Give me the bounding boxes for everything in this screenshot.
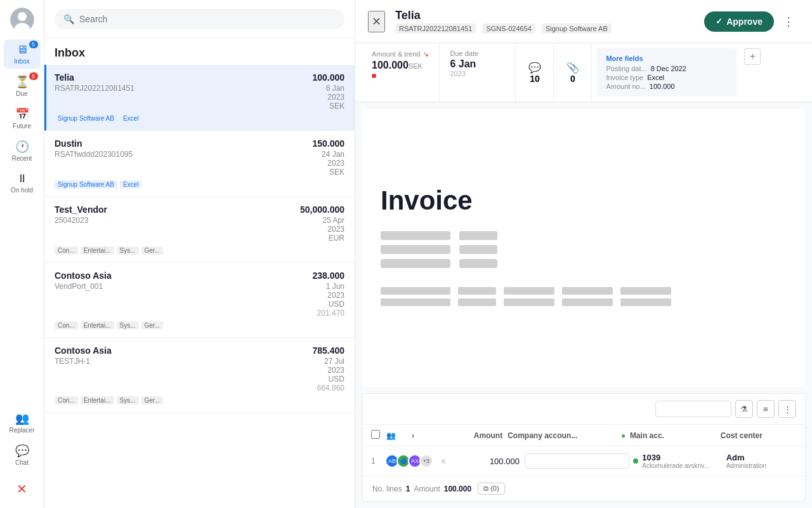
invoice-list: Telia 100.000 RSATRJ202212081451 6 Jan 2… (44, 65, 355, 508)
more-options-button[interactable]: ⋮ (778, 12, 799, 31)
amount-no-key: Amount no... (606, 83, 645, 90)
users-icon: 👥 (386, 431, 396, 440)
sidebar-item-recent[interactable]: 🕐 Recent (4, 136, 41, 166)
list-item[interactable]: Test_Vendor 50,000.000 25042023 25 Apr 2… (44, 197, 355, 263)
invoice-preview-title: Invoice (381, 185, 787, 216)
invoice-table-cell (504, 298, 554, 306)
info-bar: Amount & trend ↘ 100.000SEK Due date 6 J… (355, 43, 812, 102)
list-item[interactable]: Contoso Asia 785.400 TESTJH-1 27 Jul 202… (44, 338, 355, 413)
close-button[interactable]: ✕ (368, 11, 385, 32)
search-bar: 🔍 (44, 0, 355, 39)
invoice-tag: Entertai... (81, 396, 114, 404)
search-coding-input[interactable] (655, 401, 731, 417)
drag-icon: ≡ (441, 457, 446, 466)
invoice-date: 27 Jul (324, 357, 344, 366)
search-input[interactable] (79, 14, 336, 24)
invoice-tag: Signup Software AB (55, 114, 117, 123)
list-item[interactable]: Dustin 150.000 RSATfwddd202301095 24 Jan… (44, 131, 355, 197)
due-date-cell: Due date 6 Jan 2023 (440, 43, 516, 102)
list-item[interactable]: Contoso Asia 238.000 VendPort_001 1 Jun … (44, 263, 355, 338)
sidebar-item-chat[interactable]: 💬 Chat (4, 440, 41, 470)
attachments-count: 0 (570, 74, 575, 84)
invoice-tag: Excel (120, 114, 141, 123)
inbox-badge: 5 (29, 41, 38, 48)
sidebar-item-inbox[interactable]: 🖥 Inbox 5 (4, 39, 41, 69)
invoice-currency: SEK (329, 168, 344, 177)
cost-center-number: Adm (726, 453, 796, 462)
invoice-table-cell (620, 287, 671, 295)
attachment-icon: 📎 (566, 62, 579, 74)
sidebar-item-future[interactable]: 📅 Future (4, 104, 41, 133)
recent-icon: 🕐 (15, 140, 29, 154)
ref1-badge: RSATRJ202212081451 (395, 23, 476, 34)
amount-label: Amount & trend (372, 50, 420, 58)
amount-cell: Amount & trend ↘ 100.000SEK (362, 43, 440, 102)
more-coding-button[interactable]: ⋮ (778, 400, 796, 418)
invoice-table-cell (562, 298, 613, 306)
sidebar-item-label: Inbox (14, 58, 29, 65)
company-account-input[interactable] (525, 453, 629, 469)
sidebar-item-onhold[interactable]: ⏸ On hold (4, 168, 41, 197)
list-item[interactable]: Telia 100.000 RSATRJ202212081451 6 Jan 2… (44, 65, 355, 131)
comments-cell[interactable]: 💬 10 (516, 43, 554, 102)
vendor-name: Dustin (55, 138, 82, 149)
invoice-currency: EUR (329, 234, 344, 243)
invoice-year: 2023 (322, 225, 344, 234)
user-avatar[interactable] (10, 8, 34, 32)
invoice-tag: Sys... (117, 321, 139, 330)
sidebar-item-logo[interactable]: ✕ (4, 478, 41, 500)
invoice-year: 2023 (317, 291, 344, 300)
app-logo-icon: ✕ (16, 481, 27, 497)
invoice-tag: Sys... (117, 246, 139, 255)
posting-date-key: Posting dat... (606, 65, 646, 72)
main-account-value: 1039 Ackumulerade avskriv... (642, 453, 726, 469)
select-all-checkbox[interactable] (371, 430, 380, 439)
copy-icon: ⧉ (483, 485, 488, 492)
invoice-block (459, 231, 497, 240)
approve-button[interactable]: ✓ Approve (704, 11, 774, 32)
main-acc-label: Ackumulerade avskriv... (642, 462, 726, 469)
amount-no-val: 100.000 (650, 83, 675, 90)
vendor-name: Contoso Asia (55, 271, 112, 281)
coding-header: ⚗ ≡ ⋮ (362, 394, 805, 425)
future-icon: 📅 (15, 107, 29, 121)
invoice-currency: USD (329, 300, 344, 309)
inbox-icon: 🖥 (16, 43, 28, 57)
coding-section: ⚗ ≡ ⋮ 👥 › Amount Company accoun... ● Mai… (362, 393, 806, 502)
main-acc-dot: ● (621, 431, 625, 440)
due-badge: 5 (29, 72, 38, 80)
search-icon: 🔍 (63, 14, 74, 24)
inbox-title: Inbox (44, 39, 355, 65)
invoice-amount: 50,000.000 (300, 204, 344, 215)
users-col-header: 👥 (386, 431, 412, 440)
invoice-date: 24 Jan (322, 150, 344, 159)
invoice-tag: Signup Software AB (55, 180, 117, 189)
list-view-button[interactable]: ≡ (757, 400, 775, 418)
filter-button[interactable]: ⚗ (735, 400, 753, 418)
invoice-currency: USD (329, 375, 344, 384)
invoice-tag: Ger... (141, 246, 163, 255)
invoice-tag: Excel (120, 180, 141, 189)
company-input-field[interactable] (525, 453, 629, 469)
invoice-type-key: Invoice type (606, 74, 643, 81)
detail-title: Telia (395, 9, 612, 22)
amount-value: 100.000 (372, 60, 409, 70)
invoice-table-cell (458, 298, 496, 306)
add-field-button[interactable]: + (744, 48, 761, 65)
main-acc-number: 1039 (642, 453, 726, 462)
due-date-year: 2023 (450, 70, 505, 77)
vendor-name: Contoso Asia (55, 345, 112, 356)
invoice-table-cell (504, 287, 554, 295)
invoice-ref: 25042023 (55, 216, 88, 225)
invoice-currency: SEK (329, 102, 344, 110)
invoice-tag: Ger... (141, 396, 163, 404)
invoice-amount: 785.400 (312, 345, 344, 356)
sidebar-item-due[interactable]: ⏳ Due 5 (4, 71, 41, 101)
sidebar-item-replacer[interactable]: 👥 Replacer (4, 408, 41, 438)
search-input-wrap[interactable]: 🔍 (55, 9, 344, 29)
invoice-amount2: 201.470 (317, 309, 344, 318)
copy-button[interactable]: ⧉ (0) (478, 483, 505, 495)
invoice-amount: 238.000 (312, 271, 344, 281)
red-dot-indicator (372, 74, 376, 78)
attachments-cell[interactable]: 📎 0 (554, 43, 592, 102)
